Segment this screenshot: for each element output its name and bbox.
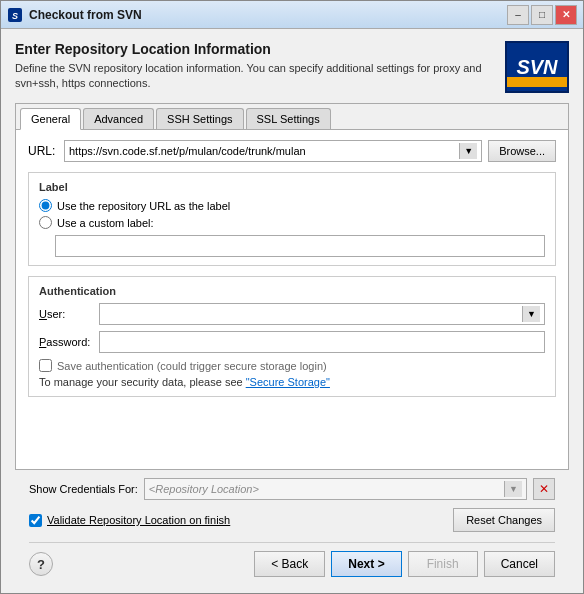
save-auth-row: Save authentication (could trigger secur…: [39, 359, 545, 372]
header-section: Enter Repository Location Information De…: [15, 41, 569, 93]
radio-use-url[interactable]: [39, 199, 52, 212]
tab-content-general: URL: https://svn.code.sf.net/p/mulan/cod…: [16, 130, 568, 469]
help-button[interactable]: ?: [29, 552, 53, 576]
user-label: User:: [39, 308, 99, 320]
radio-use-custom-label[interactable]: Use a custom label:: [57, 217, 154, 229]
bottom-bar: Show Credentials For: <Repository Locati…: [15, 470, 569, 583]
navigation-buttons: ? < Back Next > Finish Cancel: [29, 542, 555, 583]
label-group: Label Use the repository URL as the labe…: [28, 172, 556, 266]
validate-row: Validate Repository Location on finish R…: [29, 508, 555, 532]
cancel-button[interactable]: Cancel: [484, 551, 555, 577]
label-group-title: Label: [39, 181, 545, 193]
main-window: S Checkout from SVN – □ ✕ Enter Reposito…: [0, 0, 584, 594]
maximize-button[interactable]: □: [531, 5, 553, 25]
minimize-button[interactable]: –: [507, 5, 529, 25]
authentication-group: Authentication User: ▼ Password:: [28, 276, 556, 397]
show-credentials-label: Show Credentials For:: [29, 483, 138, 495]
tab-advanced[interactable]: Advanced: [83, 108, 154, 129]
tab-ssl-settings[interactable]: SSL Settings: [246, 108, 331, 129]
user-combo[interactable]: ▼: [99, 303, 545, 325]
header-text: Enter Repository Location Information De…: [15, 41, 495, 92]
tabs-container: General Advanced SSH Settings SSL Settin…: [15, 103, 569, 470]
secure-storage-link[interactable]: "Secure Storage": [246, 376, 330, 388]
back-button[interactable]: < Back: [254, 551, 325, 577]
next-label: Next >: [348, 557, 384, 571]
password-label-text: Password:: [39, 336, 90, 348]
show-credentials-row: Show Credentials For: <Repository Locati…: [29, 478, 555, 500]
url-label: URL:: [28, 144, 58, 158]
cancel-label: Cancel: [501, 557, 538, 571]
window-title: Checkout from SVN: [29, 8, 507, 22]
tab-general[interactable]: General: [20, 108, 81, 130]
radio-use-url-label[interactable]: Use the repository URL as the label: [57, 200, 230, 212]
custom-label-input[interactable]: [55, 235, 545, 257]
save-auth-checkbox[interactable]: [39, 359, 52, 372]
svg-text:S: S: [12, 11, 18, 21]
show-credentials-dropdown-button[interactable]: ▼: [504, 481, 522, 497]
url-row: URL: https://svn.code.sf.net/p/mulan/cod…: [28, 140, 556, 162]
user-label-text: User:: [39, 308, 65, 320]
radio-custom-row: Use a custom label:: [39, 216, 545, 229]
auth-group-title: Authentication: [39, 285, 545, 297]
svn-logo-text: SVN: [516, 56, 557, 79]
url-dropdown-button[interactable]: ▼: [459, 143, 477, 159]
close-button[interactable]: ✕: [555, 5, 577, 25]
window-controls: – □ ✕: [507, 5, 577, 25]
password-input[interactable]: [99, 331, 545, 353]
password-label: Password:: [39, 336, 99, 348]
title-bar: S Checkout from SVN – □ ✕: [1, 1, 583, 29]
header-title: Enter Repository Location Information: [15, 41, 495, 57]
browse-button[interactable]: Browse...: [488, 140, 556, 162]
url-combo[interactable]: https://svn.code.sf.net/p/mulan/code/tru…: [64, 140, 482, 162]
reset-changes-button[interactable]: Reset Changes: [453, 508, 555, 532]
back-label: < Back: [271, 557, 308, 571]
secure-storage-prefix: To manage your security data, please see: [39, 376, 246, 388]
header-description: Define the SVN repository location infor…: [15, 61, 495, 92]
tabs-header: General Advanced SSH Settings SSL Settin…: [16, 104, 568, 130]
validate-left: Validate Repository Location on finish: [29, 514, 230, 527]
secure-storage-text: To manage your security data, please see…: [39, 376, 545, 388]
show-credentials-value: <Repository Location>: [149, 483, 504, 495]
nav-left: ?: [29, 552, 53, 576]
save-auth-label: Save authentication (could trigger secur…: [57, 360, 327, 372]
finish-label: Finish: [427, 557, 459, 571]
user-dropdown-button[interactable]: ▼: [522, 306, 540, 322]
validate-checkbox[interactable]: [29, 514, 42, 527]
radio-use-custom[interactable]: [39, 216, 52, 229]
password-row: Password:: [39, 331, 545, 353]
radio-url-row: Use the repository URL as the label: [39, 199, 545, 212]
user-row: User: ▼: [39, 303, 545, 325]
nav-right: < Back Next > Finish Cancel: [254, 551, 555, 577]
finish-button[interactable]: Finish: [408, 551, 478, 577]
content-area: Enter Repository Location Information De…: [1, 29, 583, 593]
svn-logo: SVN: [505, 41, 569, 93]
tab-ssh-settings[interactable]: SSH Settings: [156, 108, 243, 129]
url-value: https://svn.code.sf.net/p/mulan/code/tru…: [69, 145, 459, 157]
next-button[interactable]: Next >: [331, 551, 401, 577]
window-icon: S: [7, 7, 23, 23]
svn-logo-bar: [507, 77, 567, 87]
show-credentials-combo[interactable]: <Repository Location> ▼: [144, 478, 527, 500]
validate-label: Validate Repository Location on finish: [47, 514, 230, 526]
clear-credentials-button[interactable]: ✕: [533, 478, 555, 500]
